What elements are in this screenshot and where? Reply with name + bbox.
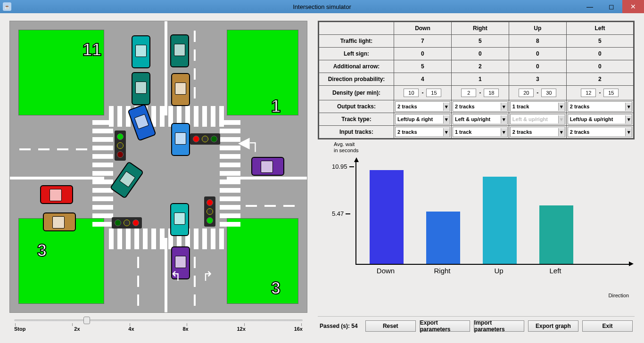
intersection-canvas: 11 1 3 3 bbox=[9, 21, 307, 313]
speed-slider[interactable]: Stop2x4x8x12x16x bbox=[9, 319, 307, 332]
input-tracks-select[interactable]: 2 tracks▾ bbox=[568, 127, 632, 137]
chart-ylabel: Avg. waitin seconds bbox=[334, 141, 359, 154]
lane-dash bbox=[38, 148, 50, 150]
chart-category-label: Up bbox=[482, 267, 516, 275]
chevron-down-icon: ▾ bbox=[501, 103, 507, 111]
export-graph-button[interactable]: Export graph bbox=[528, 320, 578, 332]
output-tracks-select[interactable]: 2 tracks▾ bbox=[395, 101, 450, 112]
col-header: Right bbox=[451, 22, 509, 35]
density-min-input[interactable] bbox=[581, 89, 596, 97]
import-params-button[interactable]: Import parameters bbox=[474, 320, 524, 332]
density-max-input[interactable] bbox=[426, 89, 441, 97]
slider-thumb[interactable] bbox=[83, 317, 90, 324]
input-tracks-select[interactable]: 2 tracks▾ bbox=[395, 127, 450, 137]
minimize-button[interactable]: — bbox=[579, 0, 601, 13]
car bbox=[170, 34, 189, 67]
chevron-down-icon: ▾ bbox=[443, 128, 450, 136]
app-icon: ☕ bbox=[3, 2, 11, 11]
window-controls: — ◻ ✕ bbox=[579, 0, 644, 13]
window-title: Intersection simulator bbox=[293, 3, 351, 10]
track-type-select[interactable]: Left/up & right▾ bbox=[395, 114, 450, 124]
chevron-down-icon: ▾ bbox=[558, 128, 565, 136]
chart-category-label: Down bbox=[369, 267, 403, 275]
grass-corner bbox=[227, 218, 298, 304]
col-header: Down bbox=[394, 22, 452, 35]
lane-dash bbox=[137, 257, 139, 268]
lane-dash bbox=[194, 294, 196, 306]
input-tracks-select[interactable]: 2 tracks▾ bbox=[510, 127, 565, 137]
lane-line bbox=[10, 177, 104, 180]
car bbox=[170, 203, 189, 236]
output-tracks-select[interactable]: 2 tracks▾ bbox=[453, 101, 508, 112]
chart-bar bbox=[483, 177, 517, 264]
lane-line bbox=[165, 21, 167, 115]
corner-count-bl: 3 bbox=[37, 241, 47, 261]
density-max-input[interactable] bbox=[603, 89, 619, 97]
table-row: Direction probability: 4 1 3 2 bbox=[319, 73, 634, 86]
corner-count-tr: 1 bbox=[271, 97, 281, 116]
bottom-toolbar: Passed (s): 54 Reset Export parameters I… bbox=[318, 316, 635, 335]
col-header: Left bbox=[566, 22, 634, 35]
maximize-button[interactable]: ◻ bbox=[601, 0, 622, 13]
exit-button[interactable]: Exit bbox=[582, 320, 633, 332]
chevron-down-icon: ▾ bbox=[625, 128, 632, 136]
chevron-down-icon: ▾ bbox=[558, 103, 565, 111]
traffic-light bbox=[112, 217, 142, 229]
reset-button[interactable]: Reset bbox=[365, 320, 416, 332]
density-min-input[interactable] bbox=[461, 89, 476, 97]
chart-body: 5.4710.95 bbox=[355, 161, 630, 265]
chevron-down-icon: ▾ bbox=[501, 115, 507, 123]
input-tracks-select[interactable]: 1 track▾ bbox=[453, 127, 508, 137]
crosswalk bbox=[220, 120, 240, 227]
track-type-select[interactable]: Left & up/right▾ bbox=[453, 114, 508, 124]
chevron-down-icon: ▾ bbox=[443, 115, 450, 123]
density-max-input[interactable] bbox=[484, 89, 499, 97]
export-params-button[interactable]: Export parameters bbox=[420, 320, 470, 332]
car bbox=[171, 73, 190, 106]
lane-dash bbox=[194, 68, 196, 80]
chart-bar bbox=[426, 212, 460, 264]
parameter-table: Down Right Up Left Traffic light: 7 5 8 … bbox=[318, 21, 635, 139]
slider-track[interactable] bbox=[14, 319, 303, 321]
car bbox=[43, 212, 76, 231]
chart-bar bbox=[370, 170, 404, 264]
output-tracks-select[interactable]: 2 tracks▾ bbox=[568, 101, 632, 112]
chevron-down-icon: ▾ bbox=[501, 128, 507, 136]
lane-dash bbox=[194, 49, 196, 61]
chevron-down-icon: ▾ bbox=[558, 115, 565, 123]
track-type-select[interactable]: Left/up & up/right▾ bbox=[568, 114, 632, 124]
content-area: 11 1 3 3 bbox=[0, 13, 644, 343]
right-panel: Down Right Up Left Traffic light: 7 5 8 … bbox=[318, 21, 635, 335]
table-row: Track type: Left/up & right▾ Left & up/r… bbox=[319, 113, 634, 126]
car bbox=[40, 185, 73, 204]
close-button[interactable]: ✕ bbox=[622, 0, 644, 13]
titlebar: ☕ Intersection simulator — ◻ ✕ bbox=[0, 0, 644, 13]
density-min-input[interactable] bbox=[404, 89, 419, 97]
car bbox=[132, 35, 150, 68]
passed-counter: Passed (s): 54 bbox=[320, 323, 362, 329]
chevron-down-icon: ▾ bbox=[625, 103, 632, 111]
chevron-down-icon: ▾ bbox=[443, 103, 450, 111]
density-max-input[interactable] bbox=[541, 89, 556, 97]
corner-count-br: 3 bbox=[271, 278, 281, 298]
lane-dash bbox=[194, 257, 196, 268]
car bbox=[132, 72, 150, 105]
lane-dash bbox=[137, 276, 139, 287]
road-arrow-icon: ↰ bbox=[170, 269, 181, 284]
crosswalk bbox=[92, 120, 113, 227]
col-header: Up bbox=[509, 22, 566, 35]
app-window: ☕ Intersection simulator — ◻ ✕ bbox=[0, 0, 644, 343]
density-min-input[interactable] bbox=[519, 89, 534, 97]
lane-dash bbox=[246, 205, 257, 207]
table-row: Additional arrow: 5 2 0 0 bbox=[319, 60, 634, 73]
simulation-panel: 11 1 3 3 bbox=[9, 21, 307, 335]
table-row: Left sign: 0 0 0 0 bbox=[319, 48, 634, 60]
chart-category-label: Left bbox=[538, 267, 572, 275]
lane-dash bbox=[19, 148, 31, 150]
road-arrow-icon: ◀┐ bbox=[238, 133, 261, 151]
car bbox=[110, 161, 144, 199]
table-row: Input tracks: 2 tracks▾ 1 track▾ 2 track… bbox=[319, 126, 634, 139]
car bbox=[171, 123, 190, 156]
output-tracks-select[interactable]: 1 track▾ bbox=[510, 101, 565, 112]
grass-corner bbox=[227, 30, 298, 115]
